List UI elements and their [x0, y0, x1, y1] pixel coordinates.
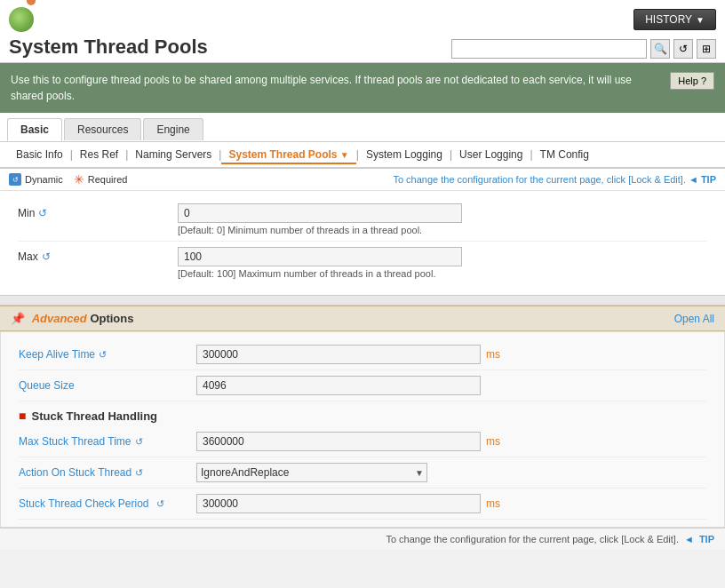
pin-icon: 📌: [11, 312, 25, 325]
info-banner: Use this to configure thread pools to be…: [0, 63, 725, 113]
search-button[interactable]: 🔍: [650, 39, 670, 59]
info-text: Use this to configure thread pools to be…: [11, 72, 633, 104]
form-row: Min ↺[Default: 0] Minimum number of thre…: [18, 198, 707, 242]
stuck-input-max-stuck-thread-time[interactable]: [196, 432, 481, 451]
form-value-area: [Default: 0] Minimum number of threads i…: [178, 203, 707, 235]
form-input-min[interactable]: [178, 203, 462, 223]
footer-tip-label: TIP: [699, 534, 714, 544]
adv-input-queue-size[interactable]: [196, 376, 481, 395]
dynamic-legend: ↺ Dynamic: [9, 173, 63, 186]
unit-label: ms: [486, 497, 500, 510]
nav-item-basic-info[interactable]: Basic Info: [9, 147, 70, 163]
section-divider: [0, 295, 725, 306]
nav-item-system-thread-pools[interactable]: System Thread Pools ▼: [221, 147, 355, 164]
adv-row: Keep Alive Time ↺ms: [19, 339, 706, 370]
nav-item-system-logging[interactable]: System Logging: [359, 147, 450, 163]
header: HISTORY ▼ System Thread Pools 🔍 ↺ ⊞: [0, 0, 725, 63]
search-bar: 🔍 ↺ ⊞: [451, 39, 716, 59]
grid-icon: ⊞: [702, 43, 711, 55]
tip-text: To change the configuration for the curr…: [393, 174, 716, 185]
legend-tip-message: To change the configuration for the curr…: [393, 174, 686, 185]
nav-item-naming-servers[interactable]: Naming Servers: [128, 147, 219, 163]
stuck-value-area: IgnoreAndReplaceIgnoreShutdownThreadDump…: [196, 463, 427, 482]
required-legend: ✳ Required: [74, 172, 128, 187]
history-arrow-icon: ▼: [696, 15, 705, 25]
logo-icon: [9, 7, 34, 32]
sync-icon[interactable]: ↺: [38, 207, 47, 219]
advanced-header: 📌 Advanced Options Open All: [0, 306, 725, 331]
grid-button[interactable]: ⊞: [697, 39, 716, 59]
legend-bar: ↺ Dynamic ✳ Required To change the confi…: [0, 169, 725, 191]
main-content: Min ↺[Default: 0] Minimum number of thre…: [0, 191, 725, 528]
dynamic-label: Dynamic: [25, 174, 63, 185]
adv-input-keep-alive-time[interactable]: [196, 345, 481, 364]
tip-label: TIP: [701, 174, 716, 185]
help-label: Help: [678, 75, 698, 86]
sync-icon[interactable]: ↺: [156, 498, 164, 510]
stuck-icon: ■: [19, 409, 26, 423]
sync-icon[interactable]: ↺: [135, 436, 143, 448]
nav-item-tm-config[interactable]: TM Config: [533, 147, 596, 163]
unit-label: ms: [486, 348, 500, 361]
form-label-max: Max ↺: [18, 247, 178, 263]
form-input-max[interactable]: [178, 247, 462, 266]
form-label-min: Min ↺: [18, 203, 178, 219]
stuck-label-action-on-stuck-thread[interactable]: Action On Stuck Thread ↺: [19, 466, 196, 479]
stuck-value-area: ms: [196, 494, 500, 513]
nav-dropdown-icon: ▼: [340, 150, 349, 160]
tab-basic[interactable]: Basic: [7, 118, 62, 141]
stuck-label-stuck-thread-check-period[interactable]: Stuck Thread Check Period↺: [19, 497, 196, 510]
help-button[interactable]: Help ?: [670, 72, 714, 90]
advanced-section: 📌 Advanced Options Open All Keep Alive T…: [0, 306, 725, 528]
footer: To change the configuration for the curr…: [0, 528, 725, 550]
refresh-button[interactable]: ↺: [673, 39, 693, 59]
stuck-label-max-stuck-thread-time[interactable]: Max Stuck Thread Time ↺: [19, 435, 196, 448]
sync-icon[interactable]: ↺: [99, 349, 107, 361]
dynamic-icon: ↺: [9, 173, 21, 186]
required-icon: ✳: [74, 172, 84, 187]
label-text: Max: [18, 250, 38, 263]
form-value-area: [Default: 100] Maximum number of threads…: [178, 247, 707, 279]
adv-value-area: [196, 376, 481, 395]
history-label: HISTORY: [645, 13, 692, 26]
stuck-value-area: ms: [196, 432, 500, 451]
open-all-link[interactable]: Open All: [674, 313, 714, 325]
search-input[interactable]: [451, 39, 647, 59]
adv-label-keep-alive-time[interactable]: Keep Alive Time ↺: [19, 348, 196, 361]
advanced-italic-label: Advanced: [32, 312, 87, 325]
stuck-row: Action On Stuck Thread ↺IgnoreAndReplace…: [19, 457, 706, 489]
tab-engine[interactable]: Engine: [143, 118, 203, 140]
stuck-heading-label: Stuck Thread Handling: [31, 409, 157, 423]
nav-item-res-ref[interactable]: Res Ref: [73, 147, 125, 163]
sync-icon[interactable]: ↺: [42, 250, 51, 263]
tab-bar: BasicResourcesEngine: [0, 113, 725, 142]
advanced-body: Keep Alive Time ↺msQueue Size ■ Stuck Th…: [0, 331, 725, 528]
logo-area: [9, 7, 36, 32]
search-icon: 🔍: [654, 43, 667, 55]
tab-resources[interactable]: Resources: [64, 118, 141, 140]
stuck-input-stuck-thread-check-period[interactable]: [196, 494, 481, 513]
stuck-row: Max Stuck Thread Time ↺ms: [19, 426, 706, 457]
adv-row: Queue Size: [19, 370, 706, 401]
adv-value-area: ms: [196, 345, 500, 364]
form-row: Max ↺[Default: 100] Maximum number of th…: [18, 242, 707, 284]
nav-item-user-logging[interactable]: User Logging: [452, 147, 530, 163]
unit-label: ms: [486, 435, 500, 448]
history-button[interactable]: HISTORY ▼: [633, 9, 716, 30]
footer-tip-message: To change the configuration for the curr…: [386, 534, 679, 544]
refresh-icon: ↺: [679, 43, 688, 55]
form-hint: [Default: 0] Minimum number of threads i…: [178, 225, 707, 235]
logo-dot: [27, 0, 36, 5]
label-text: Min: [18, 207, 35, 219]
footer-tip-arrow: ◄: [684, 534, 694, 544]
required-label: Required: [88, 174, 128, 185]
adv-label-queue-size[interactable]: Queue Size: [19, 379, 196, 392]
action-on-stuck-select[interactable]: IgnoreAndReplaceIgnoreShutdownThreadDump: [196, 463, 427, 482]
sync-icon[interactable]: ↺: [135, 467, 143, 479]
nav-bar: Basic Info | Res Ref | Naming Servers | …: [0, 142, 725, 169]
advanced-rest-label: Options: [87, 312, 134, 325]
select-wrapper: IgnoreAndReplaceIgnoreShutdownThreadDump…: [196, 463, 427, 482]
stuck-row: Stuck Thread Check Period↺ms: [19, 489, 706, 520]
form-section: Min ↺[Default: 0] Minimum number of thre…: [0, 191, 725, 295]
page-title: System Thread Pools: [9, 36, 208, 59]
